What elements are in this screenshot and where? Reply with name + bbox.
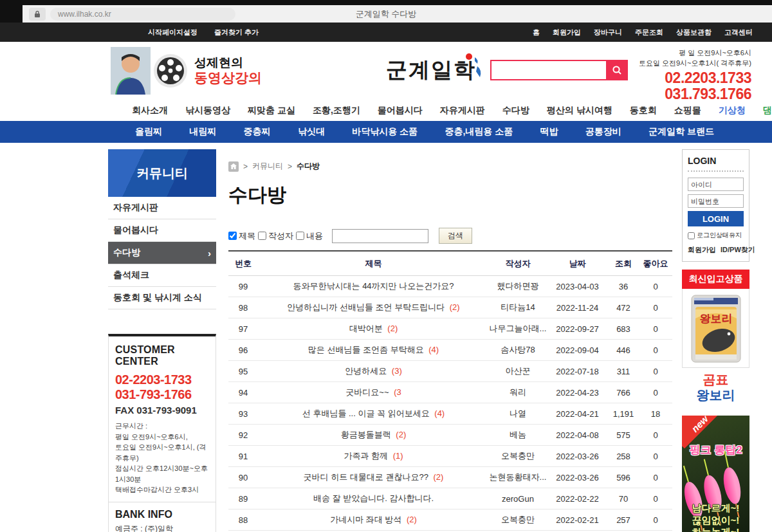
post-title-link[interactable]: 많은 선배님들 조언좀 부탁해요 [308,345,424,354]
table-row[interactable]: 90 굿바디 히트 대물대로 괜찮나요?? (2) 논현동황태자... 2022… [228,467,672,488]
table-row[interactable]: 95 안녕하세요 (3) 아산꾼 2022-07-18 311 0 [228,361,672,382]
utility-link[interactable]: 주문조회 [635,28,663,37]
table-row[interactable]: 92 황금봉돌블랙 (2) 베놈 2022-04-08 575 0 [228,425,672,446]
filter-checkbox[interactable] [228,232,237,240]
utility-link[interactable]: 회원가입 [553,28,581,37]
main-nav-link[interactable]: 자유게시판 [440,105,485,116]
login-button[interactable]: LOGIN [688,211,744,226]
post-views: 70 [608,488,639,509]
main-nav-link[interactable]: 동호회 [630,105,657,116]
main-nav-link[interactable]: 물어봅시다 [378,105,423,116]
post-title-link[interactable]: 안녕하십니까 선배님들 조언 부탁드립니다 [287,302,445,312]
post-title-link[interactable]: 황금봉돌블랙 [341,430,391,439]
main-nav-link[interactable]: 수다방 [502,105,529,116]
main-nav-link[interactable]: 평산의 낚시여행 [547,105,612,116]
login-password-field[interactable] [688,194,744,208]
keep-login-checkbox[interactable] [688,232,695,239]
shop-nav-link[interactable]: 중층찌 [244,126,271,138]
post-title-link[interactable]: 굿바디 히트 대물대로 괜찮나요?? [304,472,428,482]
pink-float-ad[interactable]: new 핑크 롱탑2 남다르게~! 끊임없이~! 하늘높게~! [682,416,749,532]
shop-nav-link[interactable]: 바닥낚시용 소품 [352,126,418,138]
header-search-input[interactable] [490,60,606,80]
main-nav-link[interactable]: 찌맞춤 교실 [248,105,295,116]
post-title-link[interactable]: 선 후배님들 ... 이글 꼭 읽어보세요 [302,408,430,418]
board-column-header: 작성자 [489,251,547,276]
signup-link[interactable]: 회원가입 [688,245,716,255]
utility-link[interactable]: 고객센터 [724,28,753,37]
shop-nav-link[interactable]: 올림찌 [135,126,162,138]
shop-nav-link[interactable]: 낚싯대 [298,126,325,138]
post-number: 88 [228,509,258,531]
board-content: > 커뮤니티 > 수다방 수다방 제목 작성자 [228,149,672,532]
product-name[interactable]: 곰표 왕보리 [682,368,749,410]
post-title-link[interactable]: 안녕하세요 [345,366,387,376]
table-row[interactable]: 99 동와무한낚시대는 44까지만 나오는건가요? 했다하면꽝 2023-04-… [228,276,672,297]
filter-checkbox-label[interactable]: 작성자 [258,230,293,242]
customer-center-box: CUSTOMER CENTER 02-2203-1733 031-793-176… [108,334,216,532]
filter-checkbox-label[interactable]: 내용 [296,230,323,242]
post-title-link[interactable]: 배송 잘 받았습니다. 감사합니다. [313,493,434,503]
board-search-button[interactable]: 검색 [439,228,472,244]
shop-nav-link[interactable]: 내림찌 [189,126,216,138]
main-nav-link[interactable]: 조황,조행기 [313,105,360,116]
filter-checkbox[interactable] [258,232,266,240]
sidebar-menu-item[interactable]: 동호회 및 낚시계 소식 [108,287,216,309]
filter-label-text: 작성자 [268,230,293,242]
login-title: LOGIN [688,156,744,166]
utility-link[interactable]: 홈 [533,28,540,37]
shop-nav-link[interactable]: 중층,내림용 소품 [445,126,513,138]
post-title-link[interactable]: 가족과 함께 [344,451,388,461]
customer-hours-line: 근무시간 : [115,421,209,432]
post-title-link[interactable]: 굿바디요~~ [345,387,389,397]
post-views: 36 [608,276,639,297]
filter-checkbox[interactable] [296,232,304,240]
new-arrivals-banner[interactable]: 최신입고상품 [682,270,749,289]
find-idpw-link[interactable]: ID/PW찾기 [721,245,755,255]
url-field[interactable]: www.ilhak.co.kr [50,8,235,21]
table-row[interactable]: 93 선 후배님들 ... 이글 꼭 읽어보세요 (4) 나열 2022-04-… [228,403,672,425]
post-title-cell: 대박어분 (2) [258,318,489,340]
sidebar-menu-item[interactable]: 물어봅시다 [108,219,216,242]
header-search-button[interactable] [606,60,628,80]
shop-nav-link[interactable]: 공통장비 [585,126,621,138]
main-nav-link[interactable]: 댐수위 [763,105,772,116]
product-image[interactable]: 왕보리 [682,289,749,368]
utility-link[interactable]: 장바구니 [594,28,622,37]
shop-nav-link[interactable]: 떡밥 [540,126,558,138]
table-row[interactable]: 89 배송 잘 받았습니다. 감사합니다. zeroGun 2022-02-22… [228,488,672,509]
breadcrumb-community[interactable]: 커뮤니티 [252,161,283,172]
main-nav-link[interactable]: 회사소개 [132,105,168,116]
main-nav-link[interactable]: 낚시동영상 [185,105,230,116]
table-row[interactable]: 88 가네시마 좌대 방석 (2) 오복충만 2022-02-21 257 0 [228,509,672,531]
business-hours: 평 일 오전9시~오후6시 토요일 오전9시~오후1시( 격주휴무) [639,48,751,69]
board-header-row: 번호제목작성자날짜조회좋아요 [228,251,672,276]
board-search-input[interactable] [332,229,428,243]
post-title-link[interactable]: 대박어분 [349,324,383,333]
utility-link[interactable]: 즐겨찾기 추가 [214,28,259,37]
post-author: zeroGun [489,488,547,509]
video-lecture-banner[interactable]: 성제현의 동영상강의 [111,47,262,95]
table-row[interactable]: 97 대박어분 (2) 나무그늘아래... 2022-09-27 683 0 [228,318,672,340]
utility-link[interactable]: 상품보관함 [676,28,712,37]
post-title-link[interactable]: 동와무한낚시대는 44까지만 나오는건가요? [293,281,454,291]
board-search-controls: 제목 작성자 내용 검색 [228,228,672,244]
table-row[interactable]: 96 많은 선배님들 조언좀 부탁해요 (4) 솜사탕78 2022-09-04… [228,340,672,361]
main-nav-link[interactable]: 쇼핑몰 [674,105,701,116]
site-logo[interactable]: 군계일학 [386,56,482,85]
lock-icon[interactable] [29,8,46,21]
table-row[interactable]: 91 가족과 함께 (1) 오복충만 2022-03-26 258 0 [228,446,672,467]
post-title-cell: 안녕하십니까 선배님들 조언 부탁드립니다 (2) [258,297,489,318]
login-id-field[interactable] [688,178,744,191]
sidebar-menu-item[interactable]: 출석체크 [108,264,216,287]
shop-nav-link[interactable]: 군계일학 브랜드 [648,126,714,138]
table-row[interactable]: 94 굿바디요~~ (3 워리 2022-04-23 766 0 [228,382,672,403]
sidebar-menu-item[interactable]: 자유게시판 [108,197,216,219]
main-nav-link[interactable]: 기상청 [719,105,746,116]
table-row[interactable]: 98 안녕하십니까 선배님들 조언 부탁드립니다 (2) 티타늄14 2022-… [228,297,672,318]
home-icon[interactable] [228,161,239,172]
filter-checkbox-label[interactable]: 제목 [228,230,255,242]
post-number: 90 [228,467,258,488]
sidebar-menu-item[interactable]: 수다방 › [108,242,216,264]
post-title-link[interactable]: 가네시마 좌대 방석 [330,515,401,524]
utility-link[interactable]: 시작페이지설정 [148,28,198,37]
